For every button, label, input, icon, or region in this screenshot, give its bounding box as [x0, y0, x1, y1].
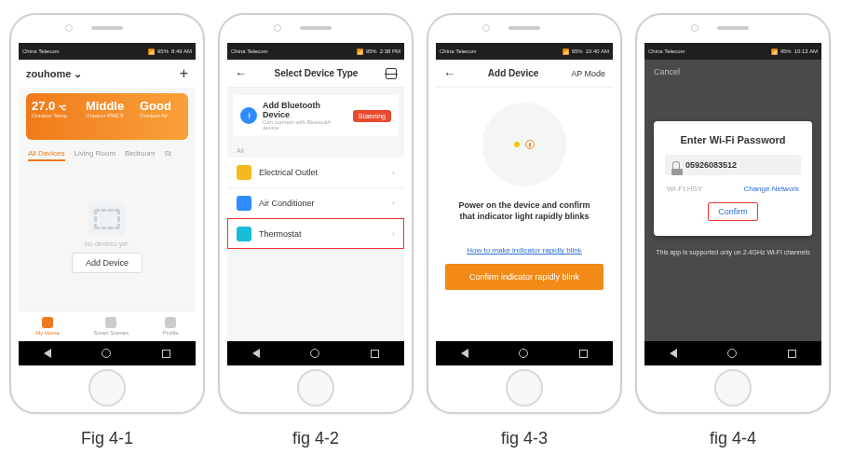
back-icon[interactable]: ← — [443, 66, 455, 80]
status-bar: China Telecom 📶45%10:13 AM — [644, 43, 821, 60]
change-network-link[interactable]: Change Network — [743, 185, 799, 193]
scanning-badge: Scanning — [353, 110, 391, 122]
fig-4-4: China Telecom 📶45%10:13 AM Cancel Enter … — [635, 13, 831, 448]
page-title: Select Device Type — [247, 68, 386, 78]
indicator-illustration — [482, 103, 566, 186]
bluetooth-row[interactable]: ᚼ Add Bluetooth Device Can connect with … — [233, 95, 399, 136]
password-value: 05926083512 — [685, 160, 737, 170]
back-button[interactable] — [670, 349, 677, 358]
fig-4-1: China Telecom 📶95%8:49 AM zouhome ⌄ + 27… — [9, 13, 205, 448]
screen-select-type: China Telecom 📶95%2:38 PM ← Select Devic… — [227, 43, 404, 365]
thermostat-icon — [237, 227, 251, 241]
android-nav — [19, 341, 196, 365]
empty-illustration — [88, 203, 126, 235]
phone-frame: China Telecom 📶95%2:38 PM ← Select Devic… — [218, 13, 414, 414]
home-dropdown[interactable]: zouhome ⌄ — [26, 68, 82, 80]
help-link[interactable]: How to make indicator rapidly blink — [467, 246, 582, 255]
home-header: zouhome ⌄ + — [19, 60, 196, 88]
profile-icon — [165, 317, 176, 328]
device-electrical-outlet[interactable]: Electrical Outlet › — [227, 158, 404, 187]
recents-button[interactable] — [579, 350, 588, 358]
home-button[interactable] — [727, 349, 737, 358]
hw-home-button[interactable] — [297, 369, 334, 406]
phone-frame: China Telecom 📶95%10:40 AM ← Add Device … — [427, 13, 622, 414]
page-title: Add Device — [455, 68, 571, 78]
confirm-button[interactable]: Confirm — [708, 202, 758, 221]
back-icon[interactable]: ← — [235, 66, 247, 80]
screen-wifi-password: China Telecom 📶45%10:13 AM Cancel Enter … — [644, 43, 821, 365]
add-icon[interactable]: + — [180, 65, 188, 82]
status-bar: China Telecom 📶95%8:49 AM — [19, 43, 196, 60]
phone-frame: China Telecom 📶95%8:49 AM zouhome ⌄ + 27… — [9, 13, 205, 414]
recents-button[interactable] — [162, 350, 170, 358]
add-device-button[interactable]: Add Device — [72, 253, 142, 273]
hw-home-button[interactable] — [714, 369, 752, 406]
nav-profile[interactable]: Profile — [163, 317, 179, 336]
status-bar: China Telecom 📶95%10:40 AM — [436, 43, 613, 60]
power-icon — [525, 140, 535, 149]
status-bar: China Telecom 📶95%2:38 PM — [227, 43, 404, 60]
room-tabs: All Devices Living Room Bedroom St — [19, 145, 196, 165]
back-button[interactable] — [44, 349, 51, 358]
bluetooth-icon: ᚼ — [240, 107, 257, 124]
android-nav — [436, 341, 613, 365]
caption: fig 4-3 — [501, 429, 548, 448]
lock-icon — [672, 161, 680, 170]
weather-card[interactable]: 27.0 ℃ Outdoor Temp. Middle Outdoor PM2.… — [26, 93, 188, 140]
tab-living-room[interactable]: Living Room — [75, 149, 115, 161]
header: ← Add Device AP Mode — [436, 60, 613, 88]
wifi-name: WI-FI:HSY — [667, 185, 702, 193]
ap-mode-link[interactable]: AP Mode — [571, 69, 605, 78]
android-nav — [644, 341, 821, 365]
nav-home[interactable]: My Home — [35, 317, 60, 336]
chevron-right-icon: › — [392, 229, 395, 239]
device-air-conditioner[interactable]: Air Conditioner › — [227, 187, 404, 218]
cancel-button[interactable]: Cancel — [644, 60, 821, 84]
wifi-note: This app is supported only on 2.4GHz Wi-… — [644, 249, 821, 255]
caption: fig 4-2 — [292, 429, 339, 448]
home-button[interactable] — [102, 349, 111, 358]
recents-button[interactable] — [788, 350, 796, 358]
back-button[interactable] — [252, 349, 260, 358]
home-button[interactable] — [519, 349, 528, 358]
scan-icon[interactable] — [386, 68, 397, 79]
tab-all-devices[interactable]: All Devices — [28, 149, 65, 161]
tab-more[interactable]: St — [165, 149, 172, 161]
confirm-blink-button[interactable]: Confirm indicator rapidly blink — [445, 264, 604, 290]
nav-smart[interactable]: Smart Scenes — [93, 317, 129, 336]
ac-icon — [237, 196, 251, 211]
tab-bedroom[interactable]: Bedroom — [125, 149, 155, 161]
back-button[interactable] — [461, 349, 468, 358]
home-icon — [42, 317, 53, 328]
caption: fig 4-4 — [710, 429, 756, 448]
section-all: All — [227, 144, 404, 158]
wifi-card: Enter Wi-Fi Password 05926083512 WI-FI:H… — [654, 121, 812, 236]
card-title: Enter Wi-Fi Password — [681, 134, 786, 145]
fig-4-2: China Telecom 📶95%2:38 PM ← Select Devic… — [218, 13, 414, 448]
password-input[interactable]: 05926083512 — [665, 155, 801, 175]
hw-home-button[interactable] — [88, 369, 126, 406]
caption: Fig 4-1 — [81, 429, 133, 448]
led-icon — [514, 142, 520, 147]
hw-home-button[interactable] — [506, 369, 543, 406]
device-thermostat[interactable]: Thermostat › — [227, 218, 404, 249]
recents-button[interactable] — [371, 350, 379, 358]
chevron-right-icon: › — [392, 168, 395, 177]
empty-text: No devices yet. — [85, 241, 129, 247]
smart-icon — [105, 317, 116, 328]
figure-row: China Telecom 📶95%8:49 AM zouhome ⌄ + 27… — [0, 0, 868, 452]
outlet-icon — [237, 165, 251, 180]
instruction-text: Power on the device and confirmthat indi… — [458, 200, 590, 222]
empty-state: No devices yet. Add Device — [19, 165, 196, 310]
bottom-nav: My Home Smart Scenes Profile — [19, 310, 196, 341]
android-nav — [227, 341, 404, 365]
home-button[interactable] — [310, 349, 319, 358]
header: ← Select Device Type — [227, 60, 404, 88]
fig-4-3: China Telecom 📶95%10:40 AM ← Add Device … — [427, 13, 622, 448]
chevron-right-icon: › — [392, 199, 395, 208]
phone-frame: China Telecom 📶45%10:13 AM Cancel Enter … — [635, 13, 831, 414]
screen-add-device: China Telecom 📶95%10:40 AM ← Add Device … — [436, 43, 613, 365]
screen-home: China Telecom 📶95%8:49 AM zouhome ⌄ + 27… — [19, 43, 196, 365]
